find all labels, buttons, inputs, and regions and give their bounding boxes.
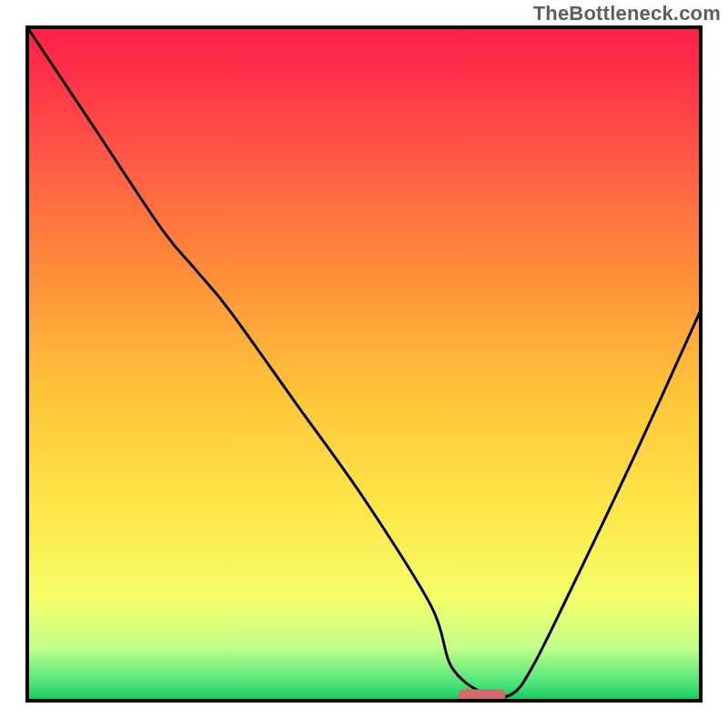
plot-background xyxy=(27,27,701,701)
chart-container: TheBottleneck.com xyxy=(0,0,728,728)
watermark-text: TheBottleneck.com xyxy=(533,2,721,25)
bottleneck-chart xyxy=(0,0,728,728)
